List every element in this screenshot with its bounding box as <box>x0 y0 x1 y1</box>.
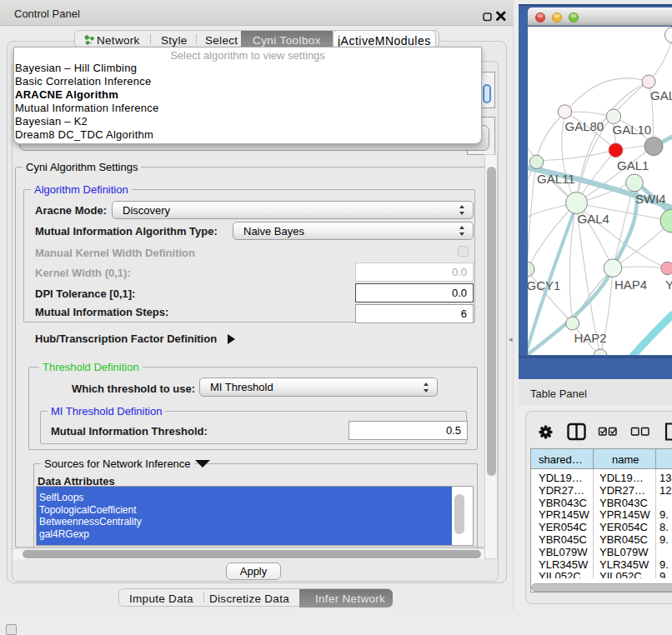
svg-text:GAL80: GAL80 <box>650 88 672 102</box>
svg-text:HAP2: HAP2 <box>574 331 607 345</box>
svg-text:GAL10: GAL10 <box>613 122 652 137</box>
svg-text:GAL11: GAL11 <box>537 172 575 186</box>
svg-text:GCY1: GCY1 <box>528 278 560 292</box>
svg-text:YE: YE <box>665 278 672 292</box>
svg-text:HAP4: HAP4 <box>614 278 647 292</box>
svg-text:GAL1: GAL1 <box>617 158 649 172</box>
svg-text:GAL4: GAL4 <box>578 212 609 226</box>
svg-text:SWI4: SWI4 <box>635 192 666 206</box>
svg-text:GAL80: GAL80 <box>565 119 604 133</box>
